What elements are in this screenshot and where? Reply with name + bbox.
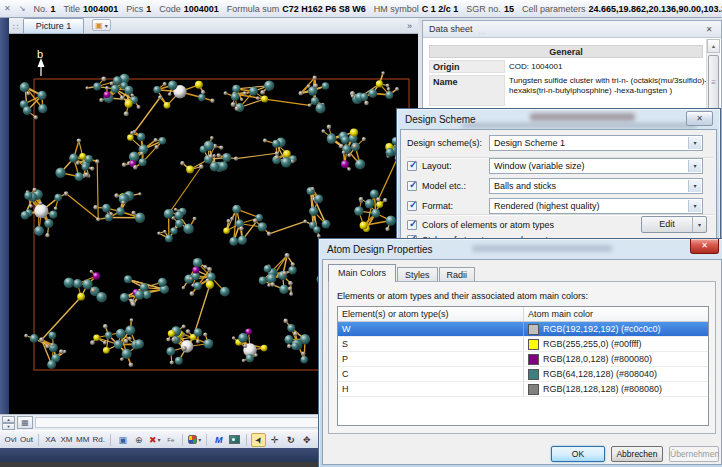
picture-export-button[interactable] <box>227 433 242 447</box>
edit-colors-button[interactable]: Edit ▾ <box>641 216 707 233</box>
table-row[interactable]: W RGB(192,192,192) (#c0c0c0) <box>338 322 708 337</box>
fe-bond-button[interactable]: Fe <box>163 433 178 447</box>
field-formula-sum: Formula sumC72 H162 P6 S8 W6 <box>227 4 366 14</box>
chevron-down-icon: ▾ <box>198 436 201 443</box>
chevron-down-icon: ▾ <box>158 436 161 443</box>
spin-up-icon[interactable]: ▲ <box>2 416 15 423</box>
chevron-down-icon: ▾ <box>688 160 701 172</box>
cancel-button[interactable]: Abbrechen <box>611 446 663 462</box>
origin-label: Origin <box>429 60 505 73</box>
format-label: Format: <box>422 201 453 211</box>
out-button[interactable]: Out <box>19 433 34 447</box>
page-spinner[interactable]: ▲ ▼ <box>2 416 15 429</box>
scheme-select-label: Design scheme(s): <box>407 138 482 148</box>
color-wheel-button[interactable]: ▾ <box>187 433 202 447</box>
layout-select[interactable]: Window (variable size) ▾ <box>489 158 703 174</box>
dock-arrow-icon[interactable]: ↘ <box>19 4 26 13</box>
close-button[interactable]: ✕ <box>690 239 719 254</box>
colors-label: Colors of elements or atom types <box>422 220 554 230</box>
spin-down-icon[interactable]: ▼ <box>2 423 15 430</box>
atom-dialog-title: Atom Design Properties <box>327 244 433 255</box>
chevron-down-icon: ▾ <box>692 217 706 232</box>
svg-text:b: b <box>37 48 43 60</box>
left-dock-strip <box>0 18 9 414</box>
close-icon[interactable]: ✕ <box>4 4 11 13</box>
xm-button[interactable]: XM <box>59 433 74 447</box>
color-swatch <box>528 324 539 335</box>
table-row[interactable]: P RGB(128,0,128) (#800080) <box>338 352 708 367</box>
format-select[interactable]: Rendered (highest quality) ▾ <box>489 198 703 214</box>
chevron-down-icon: ▾ <box>688 180 701 192</box>
chevron-down-icon: ▾ <box>688 137 701 149</box>
close-icon[interactable]: ✕ <box>703 25 715 34</box>
data-sheet-header[interactable]: Data sheet ﹍ ✕ <box>423 21 721 38</box>
window-icon: ▣ <box>95 21 103 30</box>
section-header-general: General <box>429 45 703 58</box>
apply-button[interactable]: Übernehmen <box>669 446 719 462</box>
tab-radii[interactable]: Radii <box>439 267 476 282</box>
element-color-table: Element(s) or atom type(s) Atom main col… <box>337 306 709 426</box>
atom-design-properties-dialog: Atom Design Properties ✕ Main Colors Sty… <box>318 238 722 467</box>
scheme-select[interactable]: Design Scheme 1 ▾ <box>489 135 703 151</box>
scrollbar-thumb[interactable] <box>708 55 719 113</box>
ok-button[interactable]: OK <box>551 446 605 462</box>
design-scheme-titlebar[interactable]: Design Scheme ✕ <box>400 109 717 129</box>
color-swatch <box>528 354 539 365</box>
delete-icon: ✖ <box>149 435 157 445</box>
cursor-icon: ➤ <box>253 434 265 446</box>
ovl-button[interactable]: Ovl <box>3 433 18 447</box>
scroll-up-icon[interactable]: ▲ <box>707 39 720 53</box>
field-pics: Pics1 <box>126 4 151 14</box>
rd-button[interactable]: Rd. <box>91 433 106 447</box>
picture-tab-bar: ∷ Picture 1 ▣ ▾ » <box>9 18 418 34</box>
color-swatch <box>528 339 539 350</box>
tab-overflow-chevron[interactable]: » <box>407 21 412 31</box>
atom-dialog-body: Main Colors Styles Radii Elements or ato… <box>322 259 722 465</box>
color-swatch <box>528 369 539 380</box>
atom-dialog-titlebar[interactable]: Atom Design Properties ✕ <box>322 239 722 259</box>
image-icon <box>229 435 240 444</box>
tab-picture-1[interactable]: Picture 1 <box>23 18 85 33</box>
record-toolbar: ✕ ↘ No.1 Title1004001 Pics1 Code1004001 … <box>0 0 722 18</box>
material-button[interactable]: M <box>211 433 226 447</box>
application-window: ✕ ↘ No.1 Title1004001 Pics1 Code1004001 … <box>0 0 722 467</box>
pan-mode-button[interactable]: ✥ <box>299 433 314 447</box>
pin-icon[interactable]: ﹍ <box>479 24 487 35</box>
rotate-mode-button[interactable]: ↻ <box>283 433 298 447</box>
tab-styles[interactable]: Styles <box>397 267 438 282</box>
delete-marker-button[interactable]: ✖▾ <box>147 433 162 447</box>
color-swatch <box>528 384 539 395</box>
grid-view-button[interactable]: ▦ <box>17 416 33 429</box>
format-checkbox[interactable] <box>407 201 417 211</box>
table-row[interactable]: H RGB(128,128,128) (#808080) <box>338 382 708 397</box>
new-picture-button[interactable]: ▣ ▾ <box>92 19 111 31</box>
mm-button[interactable]: MM <box>75 433 90 447</box>
atom-dialog-tabs: Main Colors Styles Radii <box>328 264 476 282</box>
model-label: Model etc.: <box>422 181 466 191</box>
drag-handle-icon[interactable]: ∷ <box>13 22 19 32</box>
main-colors-panel: Elements or atom types and their associa… <box>328 281 716 434</box>
tab-main-colors[interactable]: Main Colors <box>328 264 396 282</box>
name-label: Name <box>429 75 505 106</box>
model-select[interactable]: Balls and sticks ▾ <box>489 178 703 194</box>
close-button[interactable]: ✕ <box>686 111 713 126</box>
panel-description: Elements or atom types and their associa… <box>337 291 588 301</box>
cell-frame-icon[interactable]: ▣ <box>115 433 130 447</box>
move-mode-button[interactable]: ✛ <box>267 433 282 447</box>
origin-crosshair-icon[interactable]: ⊕ <box>131 433 146 447</box>
layout-checkbox[interactable] <box>407 161 417 171</box>
select-mode-button[interactable]: ➤ <box>251 433 266 447</box>
chevron-down-icon: ▾ <box>688 200 701 212</box>
field-hm-symbol: HM symbolC 1 2/c 1 <box>374 4 459 14</box>
field-title: Title1004001 <box>63 4 118 14</box>
table-header-row: Element(s) or atom type(s) Atom main col… <box>338 307 708 322</box>
model-checkbox[interactable] <box>407 181 417 191</box>
color-wheel-icon <box>188 435 197 444</box>
table-row[interactable]: S RGB(255,255,0) (#00ffff) <box>338 337 708 352</box>
table-row[interactable]: C RGB(64,128,128) (#808040) <box>338 367 708 382</box>
data-sheet-title: Data sheet <box>429 24 473 34</box>
origin-value: COD: 1004001 <box>509 62 562 71</box>
field-no: No.1 <box>33 4 55 14</box>
colors-checkbox[interactable] <box>407 220 417 230</box>
xa-button[interactable]: XA <box>43 433 58 447</box>
